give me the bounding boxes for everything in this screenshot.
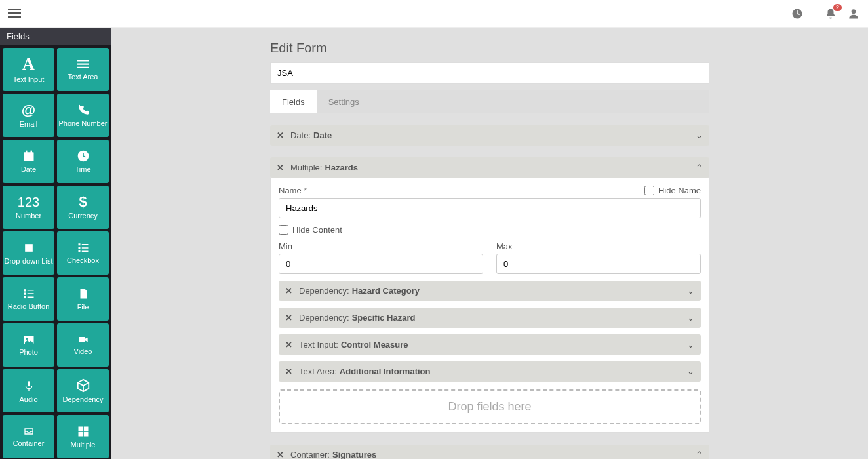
chevron-down-icon[interactable]: ⌄: [687, 367, 694, 376]
field-tile-label: Date: [21, 165, 36, 173]
checklist-icon: [76, 242, 90, 254]
field-tile-container[interactable]: Container: [3, 415, 54, 458]
radiolist-icon: [22, 288, 36, 300]
svg-rect-30: [83, 432, 88, 437]
hazards-body: Name * Hide Name Hide Content Min: [270, 178, 709, 433]
field-tile-text-input[interactable]: AText Input: [3, 48, 54, 91]
grid-icon: [77, 425, 90, 438]
field-tile-label: Text Input: [13, 75, 45, 83]
svg-rect-13: [78, 247, 80, 249]
drop-zone[interactable]: Drop fields here: [279, 389, 701, 424]
svg-point-24: [26, 338, 28, 340]
A-icon: A: [22, 56, 35, 73]
field-tile-text-area[interactable]: Text Area: [57, 48, 109, 91]
svg-rect-28: [83, 426, 88, 431]
svg-rect-15: [78, 250, 80, 252]
svg-rect-25: [79, 337, 85, 342]
photo-icon: [22, 334, 36, 346]
max-label: Max: [496, 241, 701, 251]
field-tile-phone-number[interactable]: Phone Number: [57, 94, 109, 137]
123-icon: 123: [18, 195, 39, 209]
svg-point-1: [852, 9, 856, 14]
chevron-down-icon[interactable]: ⌄: [687, 340, 694, 349]
page-title: Edit Form: [270, 41, 709, 56]
svg-rect-16: [81, 250, 88, 252]
svg-rect-7: [26, 151, 28, 153]
square-icon: [22, 241, 35, 254]
sub-field-row[interactable]: ✕Dependency: Specific Hazard⌄: [279, 308, 701, 328]
chevron-up-icon[interactable]: ⌃: [696, 450, 703, 459]
min-label: Min: [279, 241, 483, 251]
field-tile-label: Currency: [68, 212, 98, 220]
tab-settings[interactable]: Settings: [317, 90, 371, 113]
svg-rect-14: [81, 247, 88, 249]
@-icon: @: [22, 103, 35, 117]
field-tile-multiple[interactable]: Multiple: [57, 415, 109, 458]
field-tile-number[interactable]: 123Number: [3, 186, 54, 229]
field-tile-drop-down-list[interactable]: Drop-down List: [3, 231, 54, 275]
svg-rect-20: [27, 293, 33, 294]
sub-field-row[interactable]: ✕Dependency: Hazard Category⌄: [279, 281, 701, 301]
svg-rect-22: [27, 296, 33, 298]
clock-icon[interactable]: [791, 8, 803, 20]
field-tile-email[interactable]: @Email: [3, 94, 54, 137]
field-tile-dependency[interactable]: Dependency: [57, 369, 109, 412]
field-row-hazards[interactable]: ✕ Multiple: Hazards ⌃: [270, 157, 709, 178]
field-tile-date[interactable]: Date: [3, 140, 54, 183]
user-icon[interactable]: [847, 7, 860, 20]
$-icon: $: [79, 195, 87, 209]
sub-field-row[interactable]: ✕Text Area: Additional Information⌄: [279, 361, 701, 382]
svg-point-19: [24, 292, 26, 295]
notification-badge: 2: [833, 4, 842, 11]
close-icon[interactable]: ✕: [285, 286, 292, 296]
divider: [814, 8, 814, 20]
close-icon[interactable]: ✕: [277, 130, 284, 140]
fields-sidebar: Fields AText InputText Area@EmailPhone N…: [0, 28, 111, 459]
field-tile-label: Text Area: [68, 73, 98, 81]
field-tile-label: Phone Number: [59, 119, 108, 127]
close-icon[interactable]: ✕: [285, 313, 292, 323]
svg-rect-27: [78, 426, 83, 431]
svg-rect-12: [81, 244, 88, 245]
hide-name-checkbox[interactable]: Hide Name: [644, 186, 701, 195]
bell-icon[interactable]: 2: [825, 8, 837, 20]
tab-fields[interactable]: Fields: [270, 90, 317, 113]
svg-rect-26: [28, 381, 30, 386]
chevron-down-icon[interactable]: ⌄: [687, 313, 694, 323]
field-tile-time[interactable]: Time: [57, 140, 109, 183]
tab-row: Fields Settings: [270, 90, 709, 113]
field-tile-currency[interactable]: $Currency: [57, 186, 109, 229]
field-tile-file[interactable]: File: [57, 277, 109, 321]
close-icon[interactable]: ✕: [285, 367, 292, 376]
min-input[interactable]: [279, 254, 483, 274]
phone-icon: [77, 104, 90, 117]
chevron-up-icon[interactable]: ⌃: [696, 163, 703, 172]
field-row-date[interactable]: ✕ Date: Date ⌄: [270, 125, 709, 146]
video-icon: [76, 334, 90, 345]
name-input[interactable]: [279, 198, 701, 218]
menu-icon[interactable]: [8, 7, 21, 20]
hide-content-checkbox[interactable]: Hide Content: [279, 225, 701, 235]
field-tile-label: Time: [75, 165, 90, 173]
close-icon[interactable]: ✕: [277, 450, 284, 459]
sub-field-row[interactable]: ✕Text Input: Control Measure⌄: [279, 334, 701, 355]
field-row-signatures[interactable]: ✕ Container: Signatures ⌃: [270, 445, 709, 459]
svg-point-17: [24, 289, 26, 292]
field-tile-label: Number: [16, 212, 41, 220]
field-tile-label: Radio Button: [8, 302, 50, 310]
max-input[interactable]: [496, 254, 701, 274]
close-icon[interactable]: ✕: [285, 340, 292, 349]
close-icon[interactable]: ✕: [277, 163, 284, 172]
name-label: Name: [279, 186, 302, 195]
field-tile-label: Multiple: [71, 441, 96, 449]
form-name-input[interactable]: [270, 62, 709, 84]
mic-icon: [24, 378, 34, 393]
chevron-down-icon[interactable]: ⌄: [696, 130, 703, 140]
field-tile-photo[interactable]: Photo: [3, 323, 54, 367]
svg-rect-4: [77, 67, 89, 68]
chevron-down-icon[interactable]: ⌄: [687, 286, 694, 296]
field-tile-radio-button[interactable]: Radio Button: [3, 277, 54, 321]
field-tile-checkbox[interactable]: Checkbox: [57, 231, 109, 275]
field-tile-video[interactable]: Video: [57, 323, 109, 367]
field-tile-audio[interactable]: Audio: [3, 369, 54, 412]
